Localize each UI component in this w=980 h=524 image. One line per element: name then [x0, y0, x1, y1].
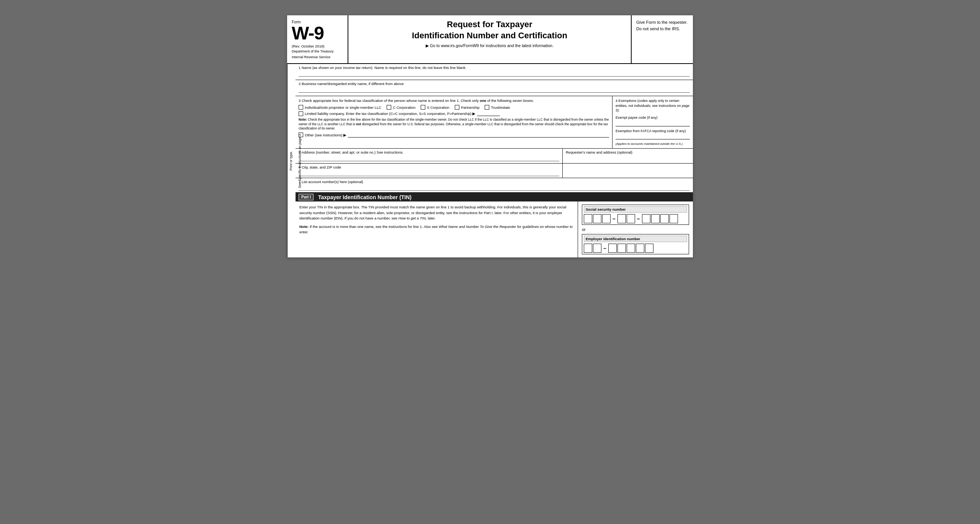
- exempt-applies-note: (Applies to accounts maintained outside …: [616, 142, 690, 146]
- cb-c-corp-box[interactable]: [387, 105, 391, 110]
- line2-input[interactable]: [299, 87, 690, 93]
- address-container: 5 Address (number, street, and apt. or s…: [296, 149, 693, 164]
- ein-box-3[interactable]: [608, 244, 617, 253]
- form-dept2: Internal Revenue Service: [292, 55, 343, 60]
- ein-section: Employer identification number –: [582, 234, 689, 254]
- ein-label: Employer identification number: [584, 236, 687, 242]
- ssn-box-9[interactable]: [670, 214, 678, 223]
- line6-field: 6 City, state, and ZIP code: [296, 164, 563, 178]
- ssn-box-8[interactable]: [660, 214, 669, 223]
- ssn-box-5[interactable]: [627, 214, 635, 223]
- ein-group2: [608, 244, 653, 253]
- ssn-box-4[interactable]: [617, 214, 626, 223]
- ssn-box-1[interactable]: [584, 214, 592, 223]
- city-right-spacer: [563, 164, 693, 178]
- cb-trust: Trust/estate: [485, 105, 510, 110]
- line2-label: 2 Business name/disregarded entity name,…: [299, 82, 690, 86]
- row3-right: 4 Exemptions (codes apply only to certai…: [612, 96, 693, 148]
- ssn-dash2: –: [637, 216, 640, 222]
- cb-llc-box[interactable]: [299, 111, 303, 116]
- part1-container: Enter your TIN in the appropriate box. T…: [296, 201, 693, 257]
- side-label: Print or type.See Specific Instructions …: [287, 64, 296, 257]
- line5-field: 5 Address (number, street, and apt. or s…: [296, 149, 563, 163]
- line6-label: 6 City, state, and ZIP code: [299, 165, 559, 169]
- part1-label: Part I: [299, 194, 314, 200]
- ssn-box-7[interactable]: [651, 214, 660, 223]
- ssn-dash1: –: [612, 216, 616, 222]
- w9-form: Form W-9 (Rev. October 2018) Department …: [287, 15, 693, 257]
- other-label: Other (see instructions) ▶: [305, 133, 346, 137]
- llc-label: Limited liability company. Enter the tax…: [305, 111, 475, 116]
- line1-input[interactable]: [299, 70, 690, 77]
- ein-dash: –: [603, 245, 606, 251]
- part1-body: Enter your TIN in the appropriate box. T…: [299, 205, 574, 221]
- exempt-fatca-input[interactable]: [616, 134, 690, 139]
- ssn-section: Social security number –: [582, 205, 689, 225]
- llc-row: Limited liability company. Enter the tax…: [299, 111, 609, 116]
- cb-individual-box[interactable]: [299, 105, 303, 110]
- ssn-box-6[interactable]: [642, 214, 650, 223]
- ssn-group3: [642, 214, 678, 223]
- form-header: Form W-9 (Rev. October 2018) Department …: [287, 15, 693, 64]
- cb-partnership: Partnership: [455, 105, 480, 110]
- ein-box-7[interactable]: [645, 244, 653, 253]
- requester-label: Requester's name and address (optional): [566, 150, 690, 154]
- ein-box-2[interactable]: [593, 244, 601, 253]
- form-body: Print or type.See Specific Instructions …: [287, 64, 693, 257]
- header-right: Give Form to the requester. Do not send …: [632, 15, 693, 63]
- ein-box-4[interactable]: [617, 244, 626, 253]
- part1-right: Social security number –: [578, 201, 693, 257]
- part1-note: Note: If the account is in more than one…: [299, 224, 574, 235]
- exempt-payee-label: Exempt payee code (if any): [616, 115, 690, 120]
- ein-box-6[interactable]: [636, 244, 644, 253]
- row3-left: 3 Check appropriate box for federal tax …: [296, 96, 612, 148]
- line5-input[interactable]: [299, 155, 559, 161]
- form-number: W-9: [292, 24, 343, 43]
- other-row: Other (see instructions) ▶: [299, 133, 609, 138]
- ein-box-5[interactable]: [627, 244, 635, 253]
- row3-container: 3 Check appropriate box for federal tax …: [296, 96, 693, 149]
- line5-label: 5 Address (number, street, and apt. or s…: [299, 150, 559, 154]
- line6-input[interactable]: [299, 170, 559, 176]
- exempt-fatca-label: Exemption from FATCA reporting code (if …: [616, 129, 690, 134]
- line7-input[interactable]: [299, 185, 690, 191]
- line7-label: 7 List account number(s) here (optional): [299, 180, 690, 184]
- form-dept1: Department of the Treasury: [292, 49, 343, 54]
- cb-individual-label: Individual/sole proprietor or single-mem…: [305, 105, 381, 110]
- llc-input[interactable]: [477, 111, 500, 116]
- other-input[interactable]: [348, 133, 609, 138]
- part1-header: Part I Taxpayer Identification Number (T…: [296, 193, 693, 201]
- ssn-group2: [617, 214, 635, 223]
- city-row: 6 City, state, and ZIP code: [296, 164, 693, 178]
- cb-c-corp-label: C Corporation: [393, 105, 415, 110]
- line3-label: 3 Check appropriate box for federal tax …: [299, 98, 609, 103]
- exemptions-title: 4 Exemptions (codes apply only to certai…: [616, 98, 690, 113]
- field-row-2: 2 Business name/disregarded entity name,…: [296, 80, 693, 96]
- exempt-payee-input[interactable]: [616, 121, 690, 126]
- or-text: or: [582, 227, 689, 232]
- part1-left: Enter your TIN in the appropriate box. T…: [296, 201, 578, 257]
- requester-field: Requester's name and address (optional): [563, 149, 693, 163]
- note-text: Note: Check the appropriate box in the l…: [299, 118, 609, 131]
- form-fields: 1 Name (as shown on your income tax retu…: [296, 64, 693, 257]
- ssn-box-2[interactable]: [593, 214, 601, 223]
- ein-boxes: –: [584, 244, 687, 253]
- field-row-1: 1 Name (as shown on your income tax retu…: [296, 64, 693, 80]
- cb-c-corp: C Corporation: [387, 105, 415, 110]
- cb-trust-label: Trust/estate: [491, 105, 510, 110]
- form-rev: (Rev. October 2018): [292, 44, 343, 48]
- cb-s-corp-box[interactable]: [421, 105, 425, 110]
- ssn-label: Social security number: [584, 206, 687, 213]
- ein-box-1[interactable]: [584, 244, 592, 253]
- cb-trust-box[interactable]: [485, 105, 489, 110]
- cb-partnership-box[interactable]: [455, 105, 459, 110]
- goto-url: ▶ Go to www.irs.gov/FormW9 for instructi…: [356, 43, 623, 48]
- line1-label: 1 Name (as shown on your income tax retu…: [299, 66, 690, 70]
- part1-title: Taxpayer Identification Number (TIN): [318, 194, 412, 200]
- header-left: Form W-9 (Rev. October 2018) Department …: [287, 15, 348, 63]
- line7-field: 7 List account number(s) here (optional): [296, 178, 693, 193]
- ssn-box-3[interactable]: [602, 214, 611, 223]
- ein-group1: [584, 244, 601, 253]
- cb-s-corp-label: S Corporation: [427, 105, 449, 110]
- cb-s-corp: S Corporation: [421, 105, 449, 110]
